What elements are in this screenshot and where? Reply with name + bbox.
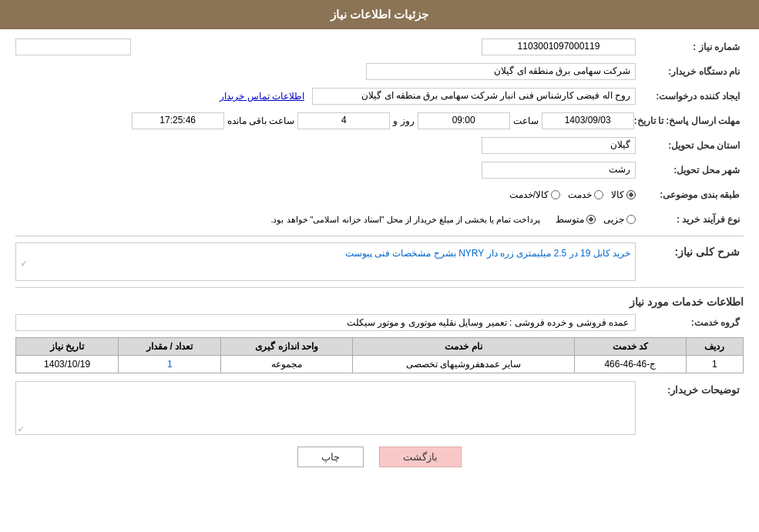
radio-kala-icon	[626, 190, 636, 199]
city-label: شهر محل تحویل:	[636, 165, 744, 176]
category-radio1-label: کالا	[611, 189, 624, 200]
response-time-label: ساعت	[513, 115, 539, 126]
buyer-desc-label: توضیحات خریدار:	[636, 384, 744, 396]
category-radio2-label: خدمت	[568, 189, 592, 200]
response-time: 09:00	[418, 112, 510, 129]
cell-unit: مجموعه	[221, 356, 353, 373]
process-warning: پرداخت تمام یا بخشی از مبلغ خریدار از مح…	[270, 215, 540, 225]
announcement-value	[15, 38, 131, 55]
process-radio-medium[interactable]: متوسط	[556, 214, 596, 225]
buyer-desc-value	[16, 382, 635, 428]
divider2	[15, 287, 744, 288]
cell-date: 1403/10/19	[16, 356, 119, 373]
need-number-row: شماره نیاز : 1103001097000119	[15, 37, 744, 57]
need-number-label: شماره نیاز :	[636, 42, 744, 52]
response-deadline-row: مهلت ارسال پاسخ: تا تاریخ: 1403/09/03 سا…	[15, 111, 744, 131]
page-header: جزئیات اطلاعات نیاز	[0, 0, 759, 29]
province-row: استان محل تحویل: گیلان	[15, 136, 744, 156]
table-body: 1ج-46-46-466سایر عمدهفروشیهای تخصصیمجموع…	[16, 356, 744, 373]
service-group-value: عمده فروشی و خرده فروشی : تعمیر وسایل نق…	[15, 314, 636, 331]
description-row: شرح کلی نیاز: خرید کابل 19 در 2.5 میلیمت…	[15, 243, 744, 281]
resize-icon: ↙	[18, 424, 24, 433]
service-group-label: گروه خدمت:	[636, 317, 744, 328]
requester-label: ایجاد کننده درخواست:	[636, 91, 744, 102]
province-value: گیلان	[482, 137, 636, 154]
content-area: شماره نیاز : 1103001097000119 نام دستگاه…	[0, 29, 759, 487]
services-table: ردیف کد خدمت نام خدمت واحد اندازه گیری ت…	[15, 337, 744, 373]
divider1	[15, 236, 744, 236]
requester-value: روح اله فیضی کارشناس فنی انبار شرکت سهام…	[312, 88, 636, 105]
col-service-code: کد خدمت	[574, 338, 686, 356]
print-button[interactable]: چاپ	[297, 447, 364, 467]
response-date: 1403/09/03	[542, 112, 634, 129]
col-unit: واحد اندازه گیری	[221, 338, 353, 356]
category-radio-kala[interactable]: کالا	[611, 189, 636, 200]
description-label: شرح کلی نیاز:	[636, 246, 744, 258]
radio-both-icon	[551, 190, 560, 199]
radio-service-icon	[594, 190, 603, 199]
table-header: ردیف کد خدمت نام خدمت واحد اندازه گیری ت…	[16, 338, 744, 356]
process-radio2-label: متوسط	[556, 214, 584, 225]
col-row-num: ردیف	[686, 338, 743, 356]
table-row: 1ج-46-46-466سایر عمدهفروشیهای تخصصیمجموع…	[16, 356, 744, 373]
col-quantity: تعداد / مقدار	[119, 338, 221, 356]
service-group-row: گروه خدمت: عمده فروشی و خرده فروشی : تعم…	[15, 313, 744, 333]
category-radio-service[interactable]: خدمت	[568, 189, 603, 200]
buyer-org-label: نام دستگاه خریدار:	[636, 66, 744, 77]
process-radio-group: جزیی متوسط پرداخت تمام یا بخشی از مبلغ خ…	[270, 214, 636, 225]
response-days-label: روز و	[393, 115, 414, 126]
radio-minor-icon	[626, 215, 636, 224]
category-row: طبقه بندی موضوعی: کالا خدمت کالا/خدمت	[15, 185, 744, 205]
col-date: تاریخ نیاز	[16, 338, 119, 356]
main-container: جزئیات اطلاعات نیاز شماره نیاز : 1103001…	[0, 0, 759, 532]
cell-service-code: ج-46-46-466	[574, 356, 686, 373]
buyer-desc-box: ↙	[15, 381, 636, 435]
process-radio-minor[interactable]: جزیی	[603, 214, 636, 225]
requester-row: ایجاد کننده درخواست: روح اله فیضی کارشنا…	[15, 86, 744, 106]
response-remaining-label: ساعت باقی مانده	[227, 115, 295, 126]
back-button[interactable]: بازگشت	[379, 447, 462, 467]
process-label: نوع فرآیند خرید :	[636, 214, 744, 225]
page-title: جزئیات اطلاعات نیاز	[331, 8, 428, 21]
buyer-org-row: نام دستگاه خریدار: شرکت سهامی برق منطقه …	[15, 62, 744, 82]
process-radio1-label: جزیی	[603, 214, 624, 225]
category-radio-group: کالا خدمت کالا/خدمت	[509, 189, 636, 200]
radio-medium-icon	[586, 215, 596, 224]
buyer-org-value: شرکت سهامی برق منطقه ای گیلان	[366, 63, 636, 80]
process-row: نوع فرآیند خرید : جزیی متوسط پرداخت تمام…	[15, 209, 744, 229]
buttons-row: بازگشت چاپ	[15, 447, 744, 479]
category-radio-both[interactable]: کالا/خدمت	[509, 189, 560, 200]
services-section-title: اطلاعات خدمات مورد نیاز	[15, 296, 744, 308]
cell-quantity: 1	[119, 356, 221, 373]
city-value: رشت	[482, 162, 636, 179]
description-value: خرید کابل 19 در 2.5 میلیمتری زره دار NYR…	[15, 243, 636, 281]
response-days: 4	[297, 112, 390, 129]
need-number-value: 1103001097000119	[482, 38, 636, 55]
city-row: شهر محل تحویل: رشت	[15, 160, 744, 180]
cell-row-num: 1	[686, 356, 743, 373]
province-label: استان محل تحویل:	[636, 140, 744, 151]
cell-service-name: سایر عمدهفروشیهای تخصصی	[352, 356, 574, 373]
buyer-desc-row: توضیحات خریدار: ↙	[15, 381, 744, 435]
category-label: طبقه بندی موضوعی:	[636, 189, 744, 200]
response-remaining: 17:25:46	[132, 112, 224, 129]
category-radio3-label: کالا/خدمت	[509, 189, 549, 200]
description-text: خرید کابل 19 در 2.5 میلیمتری زره دار NYR…	[345, 248, 630, 259]
col-service-name: نام خدمت	[352, 338, 574, 356]
response-deadline-label: مهلت ارسال پاسخ: تا تاریخ:	[634, 115, 744, 126]
contact-link[interactable]: اطلاعات تماس خریدار	[220, 91, 304, 102]
